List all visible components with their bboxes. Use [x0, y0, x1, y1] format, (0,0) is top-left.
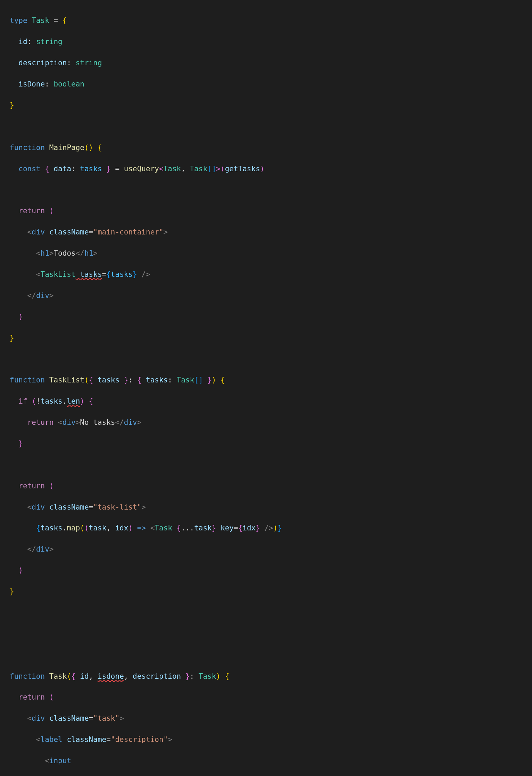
error-squiggle: tasks [76, 270, 102, 279]
code-line: <div className="task-list"> [10, 502, 522, 512]
code-line: <div className="main-container"> [10, 227, 522, 237]
code-line: function MainPage() { [10, 142, 522, 153]
error-squiggle: isdone [98, 672, 124, 680]
code-line: } [10, 100, 522, 110]
code-line: </div> [10, 544, 522, 554]
code-line: } [10, 438, 522, 449]
code-line: ) [10, 312, 522, 322]
code-line [10, 121, 522, 132]
code-line: <h1>Todos</h1> [10, 248, 522, 258]
code-line: type Task = { [10, 15, 522, 26]
code-line [10, 629, 522, 639]
code-line [10, 184, 522, 195]
code-line: return <div>No tasks</div> [10, 417, 522, 428]
code-line: const { data: tasks } = useQuery<Task, T… [10, 164, 522, 174]
code-line: description: string [10, 58, 522, 68]
code-line: return ( [10, 481, 522, 491]
code-line: </div> [10, 290, 522, 301]
code-line [10, 608, 522, 618]
code-line: ) [10, 565, 522, 576]
code-line: <input [10, 756, 522, 766]
code-line [10, 650, 522, 660]
code-line: id: string [10, 36, 522, 47]
code-line: isDone: boolean [10, 79, 522, 89]
code-line [10, 460, 522, 470]
code-line: } [10, 333, 522, 343]
code-line: function Task({ id, isdone, description … [10, 671, 522, 682]
code-line: return ( [10, 206, 522, 216]
code-line: {tasks.map((task, idx) => <Task {...task… [10, 523, 522, 533]
code-line: <label className="description"> [10, 734, 522, 745]
code-line: if (!tasks.len) { [10, 396, 522, 406]
code-line: return ( [10, 692, 522, 702]
code-line: <TaskList tasks={tasks} /> [10, 269, 522, 280]
code-line: function TaskList({ tasks }: { tasks: Ta… [10, 375, 522, 385]
code-line: <div className="task"> [10, 713, 522, 724]
code-editor[interactable]: type Task = { id: string description: st… [0, 0, 532, 776]
code-line: } [10, 586, 522, 597]
code-line [10, 354, 522, 364]
error-squiggle: len [67, 397, 80, 405]
